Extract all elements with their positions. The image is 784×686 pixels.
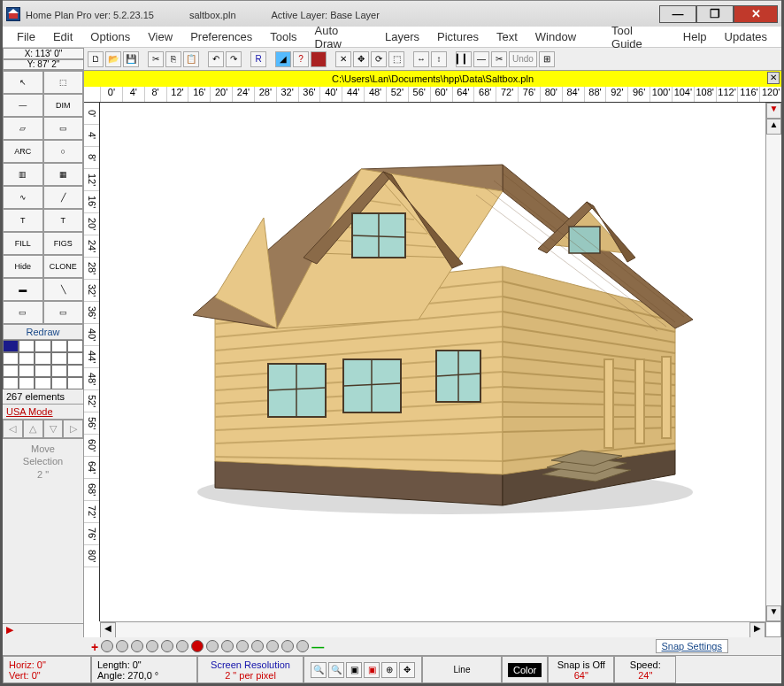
svg-rect-31 <box>604 359 613 448</box>
move-icon[interactable]: ✥ <box>353 51 369 67</box>
main-toolbar: 🗋 📂 💾 ✂ ⎘ 📋 ↶ ↷ R ◢ ? ✕ ✥ ⟳ ⬚ ↔ ↕ ▎▎ <box>84 48 781 70</box>
tool-hide[interactable]: Hide <box>3 255 43 278</box>
menu-options[interactable]: Options <box>81 27 139 46</box>
svg-marker-1 <box>8 9 19 13</box>
tool-▱[interactable]: ▱ <box>3 117 43 140</box>
zoom-selection-icon[interactable]: ▣ <box>364 662 380 678</box>
menu-pictures[interactable]: Pictures <box>428 27 488 46</box>
menu-edit[interactable]: Edit <box>44 27 81 46</box>
layer-dot[interactable] <box>101 640 113 652</box>
tool-╲[interactable]: ╲ <box>43 278 84 301</box>
menu-text[interactable]: Text <box>488 27 527 46</box>
rotate-icon[interactable]: ⟳ <box>371 51 387 67</box>
menu-file[interactable]: File <box>8 27 44 46</box>
undo-icon[interactable]: ↶ <box>208 51 224 67</box>
status-snap: Snap is Off64" <box>548 656 614 683</box>
status-speed: Speed:24" <box>614 656 676 683</box>
resize-icon[interactable]: ⬚ <box>388 51 404 67</box>
svg-rect-0 <box>9 12 18 19</box>
tool-▦[interactable]: ▦ <box>43 163 84 186</box>
tool-○[interactable]: ○ <box>43 140 84 163</box>
ruler-vertical: 0'4'8'12'16'20'24'28'32'36'40'44'48'52'5… <box>84 103 100 621</box>
nudge-arrows[interactable]: ◁△▽▷ <box>3 420 83 439</box>
flipv-icon[interactable]: ↕ <box>431 51 447 67</box>
minimize-button[interactable]: — <box>659 5 696 23</box>
delete-icon[interactable]: ✕ <box>335 51 351 67</box>
status-resolution: Screen Resolution2 " per pixel <box>197 656 304 683</box>
scrollbar-horizontal[interactable]: ◀ ▶ <box>100 621 765 637</box>
tool-clone[interactable]: CLONE <box>43 255 84 278</box>
menu-help[interactable]: Help <box>674 27 716 46</box>
tool-↖[interactable]: ↖ <box>3 71 43 94</box>
eraser-icon[interactable]: ◢ <box>275 51 291 67</box>
tool-—[interactable]: — <box>3 94 43 117</box>
menu-tools[interactable]: Tools <box>261 27 305 46</box>
help-icon[interactable]: ? <box>293 51 309 67</box>
cut-icon[interactable]: ✂ <box>148 51 164 67</box>
exit-icon[interactable] <box>311 51 327 67</box>
filepath-close-icon[interactable]: ✕ <box>767 72 780 84</box>
r-icon[interactable]: R <box>250 51 266 67</box>
pan-icon[interactable]: ✥ <box>399 662 415 678</box>
maximize-button[interactable]: ❐ <box>696 5 734 23</box>
tool-▥[interactable]: ▥ <box>3 163 43 186</box>
tool-╱[interactable]: ╱ <box>43 186 84 209</box>
title-text: Home Plan Pro ver: 5.2.23.15saltbox.plnA… <box>26 7 659 21</box>
tool-▭[interactable]: ▭ <box>3 301 43 324</box>
open-icon[interactable]: 📂 <box>105 51 121 67</box>
zoom-window-icon[interactable]: ▣ <box>346 662 362 678</box>
scrollbar-vertical[interactable]: ▼ ▲ ▼ <box>765 103 781 621</box>
paste-icon[interactable]: 📋 <box>183 51 199 67</box>
menu-view[interactable]: View <box>139 27 181 46</box>
tool-t[interactable]: T <box>43 209 84 232</box>
tool-▬[interactable]: ▬ <box>3 278 43 301</box>
align-icon[interactable]: ▎▎ <box>456 51 472 67</box>
layer-active-icon[interactable] <box>191 640 204 652</box>
tool-figs[interactable]: FIGS <box>43 232 84 255</box>
copy-icon[interactable]: ⎘ <box>165 51 181 67</box>
nudge-left-icon: ◁ <box>3 420 23 438</box>
zoom-fit-icon[interactable]: ⊕ <box>381 662 397 678</box>
tool-arc[interactable]: ARC <box>3 140 43 163</box>
coord-y: Y: 87' 2" <box>3 59 84 71</box>
scroll-left-icon[interactable]: ▶ <box>3 624 17 637</box>
tool-dim[interactable]: DIM <box>43 94 84 117</box>
break-icon[interactable]: — <box>473 51 489 67</box>
layer-add-icon[interactable]: + <box>91 640 98 652</box>
svg-rect-32 <box>635 359 644 443</box>
undo-label[interactable]: Undo <box>509 51 537 67</box>
grid-icon[interactable]: ⊞ <box>539 51 555 67</box>
color-palette[interactable] <box>3 340 83 389</box>
menu-window[interactable]: Window <box>527 27 585 46</box>
snap-settings-link[interactable]: Snap Settings <box>656 639 729 653</box>
layer-remove-icon[interactable]: — <box>311 640 324 652</box>
house-rendering <box>153 120 702 519</box>
color-button[interactable]: Color <box>502 656 548 683</box>
filepath-bar: C:\Users\Lan\Documents\hpp\Data\Saltbox.… <box>84 71 781 87</box>
menu-updates[interactable]: Updates <box>716 27 776 46</box>
close-button[interactable]: ✕ <box>734 5 778 23</box>
nudge-down-icon: ▽ <box>43 420 64 438</box>
tool-t[interactable]: T <box>3 209 43 232</box>
zoom-out-icon[interactable]: 🔍 <box>328 662 344 678</box>
usa-mode[interactable]: USA Mode <box>3 405 83 420</box>
tool-▭[interactable]: ▭ <box>43 301 84 324</box>
tool-fill[interactable]: FILL <box>3 232 43 255</box>
fliph-icon[interactable]: ↔ <box>413 51 429 67</box>
menu-preferences[interactable]: Preferences <box>181 27 261 46</box>
redo-icon[interactable]: ↷ <box>226 51 242 67</box>
coord-x: X: 113' 0" <box>3 48 84 59</box>
trim-icon[interactable]: ✂ <box>491 51 507 67</box>
status-length-angle: Length: 0"Angle: 270,0 ° <box>91 656 197 683</box>
drawing-canvas[interactable] <box>100 103 765 621</box>
statusbar: Horiz: 0"Vert: 0" Length: 0"Angle: 270,0… <box>3 655 781 683</box>
scroll-right-icon: ▶ <box>749 622 765 638</box>
tool-∿[interactable]: ∿ <box>3 186 43 209</box>
zoom-in-icon[interactable]: 🔍 <box>311 662 327 678</box>
tool-▭[interactable]: ▭ <box>43 117 84 140</box>
redraw-button[interactable]: Redraw <box>3 324 83 340</box>
tool-⬚[interactable]: ⬚ <box>43 71 84 94</box>
menu-layers[interactable]: Layers <box>376 27 428 46</box>
save-icon[interactable]: 💾 <box>123 51 139 67</box>
new-icon[interactable]: 🗋 <box>88 51 104 67</box>
